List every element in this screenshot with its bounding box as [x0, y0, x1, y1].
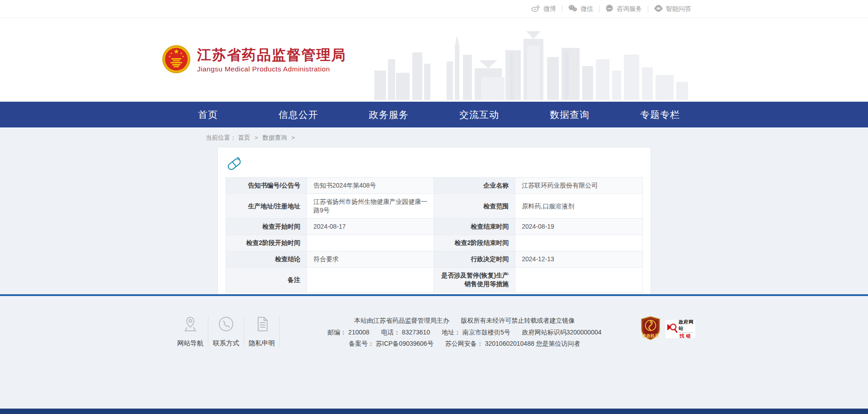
footer-icp-number: 备案号： 苏ICP备09039606号: [349, 340, 434, 347]
cityscape-graphic: [374, 28, 691, 102]
find-error-badge[interactable]: 政府网站 找错: [665, 320, 695, 338]
cell-label-notice-number: 告知书编号/公告号: [226, 178, 307, 194]
cell-value-phase2-end: [515, 235, 642, 251]
main-nav: 首页 信息公开 政务服务 交流互动 数据查询 专题专栏: [0, 102, 868, 127]
footer-link-contact[interactable]: 联系方式: [208, 315, 244, 348]
table-row: 生产地址/注册地址 江苏省扬州市扬州生物健康产业园健康一路9号 检查范围 原料药…: [226, 194, 642, 219]
pill-icon: [226, 155, 643, 177]
table-row: 告知书编号/公告号 告知书2024年第408号 企业名称 江苏联环药业股份有限公…: [226, 178, 642, 194]
cell-value-phase2-start: [307, 235, 434, 251]
robot-icon: [654, 5, 663, 14]
topbar-qa-label: 智能问答: [666, 5, 691, 13]
cell-value-decision-date: 2024-12-13: [515, 251, 642, 268]
topbar-wechat-label: 微信: [580, 5, 593, 13]
topbar-wechat[interactable]: 微信: [562, 5, 599, 13]
site-header: 江苏省药品监督管理局 Jiangsu Medical Products Admi…: [0, 18, 868, 102]
breadcrumb-prefix: 当前位置：: [206, 134, 236, 141]
phone-icon: [208, 315, 244, 333]
nav-item-gov-services[interactable]: 政务服务: [344, 102, 434, 127]
cell-label-company-name: 企业名称: [434, 178, 515, 194]
footer-zipcode: 邮编： 210008: [327, 329, 369, 336]
footer: 网站导航 联系方式: [0, 296, 868, 409]
cell-value-conclusion: 符合要求: [307, 251, 434, 268]
nav-item-data-query[interactable]: 数据查询: [524, 102, 615, 127]
map-pin-icon: [173, 315, 208, 333]
topbar: 微博 微信 咨询服务: [0, 0, 868, 18]
chat-icon: [605, 5, 613, 14]
footer-police-number: 苏公网安备： 32010602010488 您是第位访问者: [445, 340, 580, 347]
inspection-detail-table: 告知书编号/公告号 告知书2024年第408号 企业名称 江苏联环药业股份有限公…: [226, 177, 643, 292]
main-content: 当前位置： 首页 > 数据查询 > 告知书编号/公告号 告知书2024年第408…: [0, 127, 868, 294]
footer-phone: 电话： 83273610: [381, 329, 430, 336]
cell-label-address: 生产地址/注册地址: [226, 194, 307, 219]
footer-address: 地址： 南京市鼓楼街5号: [442, 329, 510, 336]
nav-item-interaction[interactable]: 交流互动: [434, 102, 524, 127]
footer-host-text: 本站由江苏省药品监督管理局主办: [354, 317, 449, 324]
topbar-weibo[interactable]: 微博: [525, 5, 562, 13]
site-subtitle: Jiangsu Medical Products Administration: [197, 65, 346, 73]
footer-line-1: 本站由江苏省药品监督管理局主办 版权所有未经许可禁止转载或者建立镜像: [293, 315, 636, 327]
breadcrumb-section-link[interactable]: 数据查询: [263, 134, 287, 141]
footer-line-2: 邮编： 210008 电话： 83273610 地址： 南京市鼓楼街5号 政府网…: [293, 327, 636, 339]
topbar-weibo-label: 微博: [543, 5, 556, 13]
breadcrumb-separator: >: [291, 134, 295, 141]
party-gov-badge[interactable]: 党政机关: [640, 316, 661, 342]
detail-card: 告知书编号/公告号 告知书2024年第408号 企业名称 江苏联环药业股份有限公…: [217, 147, 651, 298]
table-row: 检查开始时间 2024-08-17 检查结束时间 2024-08-19: [226, 219, 642, 235]
footer-link-label: 联系方式: [208, 339, 244, 348]
cell-label-inspection-scope: 检查范围: [434, 194, 515, 219]
cell-label-phase2-end: 检查2阶段结束时间: [434, 235, 515, 251]
weibo-icon: [531, 5, 540, 13]
cell-label-remarks: 备注: [226, 268, 307, 292]
nav-item-special-topics[interactable]: 专题专栏: [615, 102, 705, 127]
cell-value-company-name: 江苏联环药业股份有限公司: [515, 178, 642, 194]
cell-value-notice-number: 告知书2024年第408号: [307, 178, 434, 194]
cell-label-decision-date: 行政决定时间: [434, 251, 515, 268]
cell-value-remarks: [307, 268, 434, 292]
footer-info: 本站由江苏省药品监督管理局主办 版权所有未经许可禁止转载或者建立镜像 邮编： 2…: [280, 315, 640, 350]
breadcrumb-separator: >: [255, 134, 258, 141]
cell-label-start-date: 检查开始时间: [226, 219, 307, 235]
find-error-badge-title: 政府网站: [679, 319, 693, 333]
national-emblem-logo: [162, 45, 191, 75]
document-icon: [244, 315, 279, 333]
cell-label-phase2-start: 检查2阶段开始时间: [226, 235, 307, 251]
cell-label-suspension-measures: 是否涉及暂停(恢复)生产销售使用等措施: [434, 268, 515, 292]
magnifier-icon: [666, 321, 678, 337]
footer-link-sitemap[interactable]: 网站导航: [173, 315, 208, 348]
topbar-qa[interactable]: 智能问答: [648, 5, 697, 14]
cell-value-inspection-scope: 原料药,口服溶液剂: [515, 194, 642, 219]
footer-copyright-text: 版权所有未经许可禁止转载或者建立镜像: [461, 317, 575, 324]
footer-links: 网站导航 联系方式: [173, 315, 280, 348]
cell-label-conclusion: 检查结论: [226, 251, 307, 268]
footer-link-privacy[interactable]: 隐私申明: [244, 315, 279, 348]
footer-line-3: 备案号： 苏ICP备09039606号 苏公网安备： 3201060201048…: [293, 338, 636, 350]
cell-value-start-date: 2024-08-17: [307, 219, 434, 235]
breadcrumb-home-link[interactable]: 首页: [238, 134, 250, 141]
table-row: 备注 是否涉及暂停(恢复)生产销售使用等措施: [226, 268, 642, 292]
table-row: 检查2阶段开始时间 检查2阶段结束时间: [226, 235, 642, 251]
footer-link-label: 网站导航: [173, 339, 208, 348]
bottom-strip: [0, 409, 868, 414]
cell-label-end-date: 检查结束时间: [434, 219, 515, 235]
find-error-badge-subtitle: 找错: [679, 333, 693, 339]
topbar-consult-label: 咨询服务: [617, 5, 642, 13]
footer-link-label: 隐私申明: [244, 339, 279, 348]
wechat-icon: [568, 5, 577, 13]
brand[interactable]: 江苏省药品监督管理局 Jiangsu Medical Products Admi…: [162, 45, 346, 75]
nav-item-info-disclosure[interactable]: 信息公开: [253, 102, 344, 127]
cell-value-end-date: 2024-08-19: [515, 219, 642, 235]
table-row: 检查结论 符合要求 行政决定时间 2024-12-13: [226, 251, 642, 268]
footer-badges: 党政机关 政府网站 找错: [640, 315, 695, 342]
footer-site-id-code: 政府网站标识码3200000004: [522, 329, 602, 336]
cell-value-suspension-measures: [515, 268, 642, 292]
topbar-consult[interactable]: 咨询服务: [599, 5, 648, 14]
nav-item-home[interactable]: 首页: [163, 102, 253, 127]
party-gov-badge-label: 党政机关: [642, 334, 659, 338]
cell-value-address: 江苏省扬州市扬州生物健康产业园健康一路9号: [307, 194, 434, 219]
site-title: 江苏省药品监督管理局: [197, 47, 346, 63]
breadcrumb: 当前位置： 首页 > 数据查询 >: [206, 127, 662, 147]
